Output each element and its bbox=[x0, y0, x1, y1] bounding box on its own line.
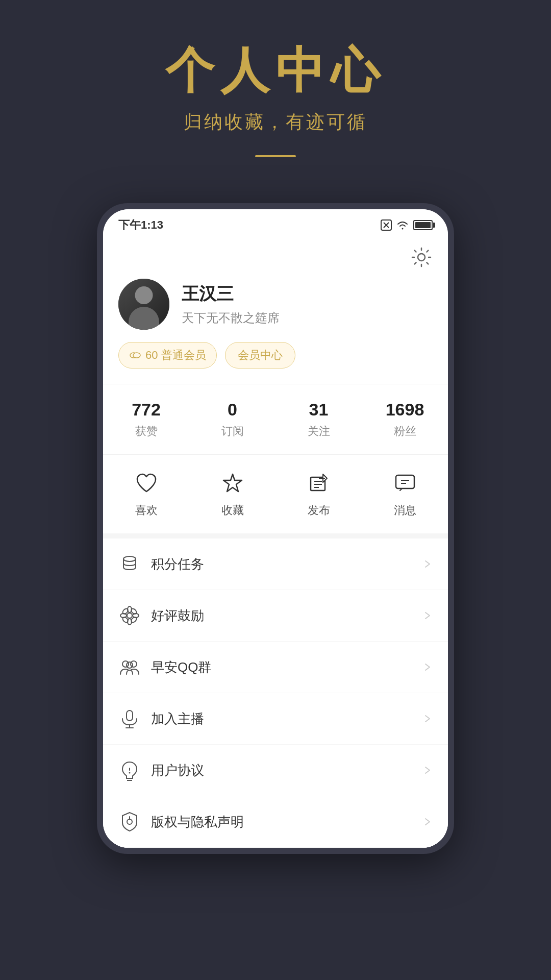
arrow-right-icon bbox=[422, 714, 433, 724]
arrow-right-icon bbox=[422, 610, 433, 621]
stat-fans-value: 1698 bbox=[362, 400, 448, 420]
membership-label: 60 普通会员 bbox=[145, 348, 206, 363]
coins-stack-icon bbox=[118, 553, 141, 575]
heart-icon bbox=[133, 470, 160, 497]
arrow-right-icon bbox=[422, 765, 433, 775]
menu-points-label: 积分任务 bbox=[151, 555, 422, 573]
action-collect-label: 收藏 bbox=[221, 503, 244, 518]
phone-frame: 下午1:13 bbox=[97, 203, 454, 854]
shield-icon bbox=[118, 811, 141, 833]
page-header: 个人中心 归纳收藏，有迹可循 bbox=[0, 0, 551, 198]
vip-center-label: 会员中心 bbox=[238, 348, 283, 363]
svg-point-34 bbox=[129, 772, 131, 774]
menu-item-privacy[interactable]: 版权与隐私声明 bbox=[103, 796, 448, 848]
phone-screen: 下午1:13 bbox=[103, 209, 448, 848]
star-icon bbox=[219, 470, 246, 497]
battery-icon: 100 bbox=[413, 220, 433, 230]
stat-likes-value: 772 bbox=[103, 400, 189, 420]
status-bar: 下午1:13 bbox=[103, 209, 448, 238]
vip-center-badge[interactable]: 会员中心 bbox=[225, 342, 295, 369]
message-icon bbox=[392, 470, 418, 497]
action-publish[interactable]: 发布 bbox=[276, 470, 362, 518]
svg-point-15 bbox=[123, 556, 136, 561]
menu-agreement-label: 用户协议 bbox=[151, 762, 422, 779]
status-icons: 100 bbox=[381, 219, 433, 231]
svg-point-5 bbox=[133, 353, 140, 358]
actions-section: 喜欢 收藏 bbox=[103, 454, 448, 533]
svg-point-16 bbox=[127, 613, 132, 618]
stat-fans[interactable]: 1698 粉丝 bbox=[362, 400, 448, 439]
page-subtitle: 归纳收藏，有迹可循 bbox=[0, 110, 551, 135]
menu-item-points[interactable]: 积分任务 bbox=[103, 538, 448, 590]
status-time: 下午1:13 bbox=[118, 217, 163, 233]
action-message[interactable]: 消息 bbox=[362, 470, 448, 518]
header-divider bbox=[255, 155, 296, 157]
avatar[interactable] bbox=[118, 279, 169, 330]
action-publish-label: 发布 bbox=[308, 503, 330, 518]
stat-follow-label: 关注 bbox=[308, 425, 330, 437]
menu-item-agreement[interactable]: 用户协议 bbox=[103, 745, 448, 796]
battery-level: 100 bbox=[415, 222, 431, 228]
svg-rect-12 bbox=[396, 475, 414, 488]
stat-likes-label: 获赞 bbox=[135, 425, 158, 437]
action-collect[interactable]: 收藏 bbox=[189, 470, 276, 518]
menu-qq-label: 早安QQ群 bbox=[151, 658, 422, 676]
stat-subscribe-label: 订阅 bbox=[221, 425, 244, 437]
stat-follow[interactable]: 31 关注 bbox=[276, 400, 362, 439]
menu-item-qq[interactable]: 早安QQ群 bbox=[103, 642, 448, 693]
svg-rect-28 bbox=[127, 710, 133, 721]
svg-point-3 bbox=[418, 254, 425, 261]
x-icon bbox=[381, 219, 392, 231]
menu-item-host[interactable]: 加入主播 bbox=[103, 693, 448, 745]
profile-section: 王汉三 天下无不散之筵席 60 普通会员 bbox=[103, 268, 448, 384]
svg-point-25 bbox=[122, 661, 129, 667]
menu-list: 积分任务 bbox=[103, 533, 448, 848]
settings-button[interactable] bbox=[410, 246, 433, 268]
menu-review-label: 好评鼓励 bbox=[151, 607, 422, 625]
stat-fans-label: 粉丝 bbox=[394, 425, 416, 437]
group-icon bbox=[118, 656, 141, 678]
arrow-right-icon bbox=[422, 817, 433, 827]
svg-point-35 bbox=[127, 819, 132, 824]
stat-follow-value: 31 bbox=[276, 400, 362, 420]
svg-marker-6 bbox=[223, 474, 242, 492]
action-like-label: 喜欢 bbox=[135, 503, 158, 518]
membership-badge[interactable]: 60 普通会员 bbox=[118, 342, 217, 369]
bulb-icon bbox=[118, 759, 141, 781]
profile-info: 王汉三 天下无不散之筵席 bbox=[118, 279, 433, 330]
menu-item-review[interactable]: 好评鼓励 bbox=[103, 590, 448, 642]
publish-icon bbox=[306, 470, 332, 497]
profile-badges: 60 普通会员 会员中心 bbox=[118, 342, 433, 369]
menu-privacy-label: 版权与隐私声明 bbox=[151, 813, 422, 831]
stat-likes[interactable]: 772 获赞 bbox=[103, 400, 189, 439]
stat-subscribe-value: 0 bbox=[189, 400, 276, 420]
profile-name: 王汉三 bbox=[182, 282, 433, 306]
stats-section: 772 获赞 0 订阅 31 关注 1698 粉丝 bbox=[103, 384, 448, 454]
action-like[interactable]: 喜欢 bbox=[103, 470, 189, 518]
svg-point-26 bbox=[131, 661, 137, 667]
arrow-right-icon bbox=[422, 559, 433, 569]
stat-subscribe[interactable]: 0 订阅 bbox=[189, 400, 276, 439]
arrow-right-icon bbox=[422, 662, 433, 672]
settings-row bbox=[103, 238, 448, 268]
wifi-icon bbox=[396, 219, 409, 231]
menu-host-label: 加入主播 bbox=[151, 710, 422, 728]
svg-point-27 bbox=[127, 662, 133, 668]
action-message-label: 消息 bbox=[394, 503, 416, 518]
profile-bio: 天下无不散之筵席 bbox=[182, 310, 433, 326]
profile-text: 王汉三 天下无不散之筵席 bbox=[182, 282, 433, 326]
coins-icon bbox=[129, 349, 141, 361]
app-content: 王汉三 天下无不散之筵席 60 普通会员 bbox=[103, 238, 448, 848]
flower-icon bbox=[118, 604, 141, 627]
page-title: 个人中心 bbox=[0, 41, 551, 100]
mic-icon bbox=[118, 707, 141, 730]
